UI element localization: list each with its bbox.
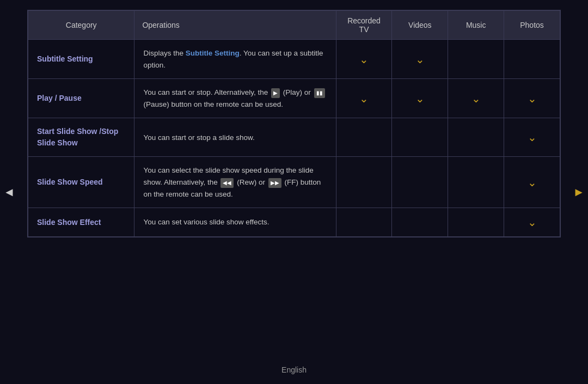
header-operations: Operations <box>134 11 336 40</box>
table-row: Start Slide Show /Stop Slide Show You ca… <box>28 118 560 157</box>
operations-slideshow-speed: You can select the slide show speed duri… <box>134 157 336 208</box>
category-subtitle-setting: Subtitle Setting <box>28 40 134 79</box>
category-slideshow-speed: Slide Show Speed <box>28 157 134 208</box>
ff-icon: ▶▶ <box>268 178 281 188</box>
operations-start-stop-slideshow: You can start or stop a slide show. <box>134 118 336 157</box>
table-row: Subtitle Setting Displays the Subtitle S… <box>28 40 560 79</box>
header-music: Music <box>448 11 504 40</box>
chevron-icon: ⌄ <box>528 216 537 229</box>
check-speed-recordedtv <box>336 157 392 208</box>
operations-play-pause: You can start or stop. Alternatively, th… <box>134 79 336 118</box>
check-startstop-videos <box>392 118 448 157</box>
chevron-icon: ⌄ <box>528 131 537 144</box>
header-videos: Videos <box>392 11 448 40</box>
main-table: Category Operations RecordedTV Videos Mu… <box>28 10 560 237</box>
main-table-container: Category Operations RecordedTV Videos Mu… <box>27 10 561 237</box>
table-header-row: Category Operations RecordedTV Videos Mu… <box>28 11 560 40</box>
check-startstop-music <box>448 118 504 157</box>
chevron-icon: ⌄ <box>415 53 425 66</box>
check-subtitle-videos: ⌄ <box>392 40 448 79</box>
rew-icon: ◀◀ <box>220 178 234 188</box>
chevron-icon: ⌄ <box>359 53 369 66</box>
check-speed-videos <box>392 157 448 208</box>
check-subtitle-photos <box>504 40 560 79</box>
table-row: Slide Show Speed You can select the slid… <box>28 157 560 208</box>
page-wrapper: ◄ ► Category Operations RecordedTV Video… <box>0 0 588 384</box>
category-slideshow-effect: Slide Show Effect <box>28 208 134 237</box>
check-speed-photos: ⌄ <box>504 157 560 208</box>
check-startstop-photos: ⌄ <box>504 118 560 157</box>
check-effect-music <box>448 208 504 237</box>
category-start-stop-slideshow: Start Slide Show /Stop Slide Show <box>28 118 134 157</box>
pause-icon: ▮▮ <box>314 88 325 98</box>
operations-slideshow-effect: You can set various slide show effects. <box>134 208 336 237</box>
header-recorded-tv: RecordedTV <box>336 11 392 40</box>
check-speed-music <box>448 157 504 208</box>
check-play-music: ⌄ <box>448 79 504 118</box>
check-play-recordedtv: ⌄ <box>336 79 392 118</box>
chevron-icon: ⌄ <box>528 176 537 189</box>
table-row: Play / Pause You can start or stop. Alte… <box>28 79 560 118</box>
check-play-photos: ⌄ <box>504 79 560 118</box>
check-play-videos: ⌄ <box>392 79 448 118</box>
operations-subtitle-setting: Displays the Subtitle Setting. You can s… <box>134 40 336 79</box>
category-play-pause: Play / Pause <box>28 79 134 118</box>
bold-subtitle-label: Subtitle Setting <box>186 49 240 57</box>
header-photos: Photos <box>504 11 560 40</box>
check-effect-videos <box>392 208 448 237</box>
check-startstop-recordedtv <box>336 118 392 157</box>
chevron-icon: ⌄ <box>359 92 369 105</box>
chevron-icon: ⌄ <box>528 92 537 105</box>
check-effect-recordedtv <box>336 208 392 237</box>
header-category: Category <box>28 11 134 40</box>
play-icon: ▶ <box>271 88 280 98</box>
check-effect-photos: ⌄ <box>504 208 560 237</box>
chevron-icon: ⌄ <box>471 92 481 105</box>
nav-arrow-right[interactable]: ► <box>573 185 585 199</box>
check-subtitle-music <box>448 40 504 79</box>
nav-arrow-left[interactable]: ◄ <box>3 185 15 199</box>
table-row: Slide Show Effect You can set various sl… <box>28 208 560 237</box>
footer-language: English <box>281 365 307 374</box>
chevron-icon: ⌄ <box>415 92 425 105</box>
check-subtitle-recordedtv: ⌄ <box>336 40 392 79</box>
